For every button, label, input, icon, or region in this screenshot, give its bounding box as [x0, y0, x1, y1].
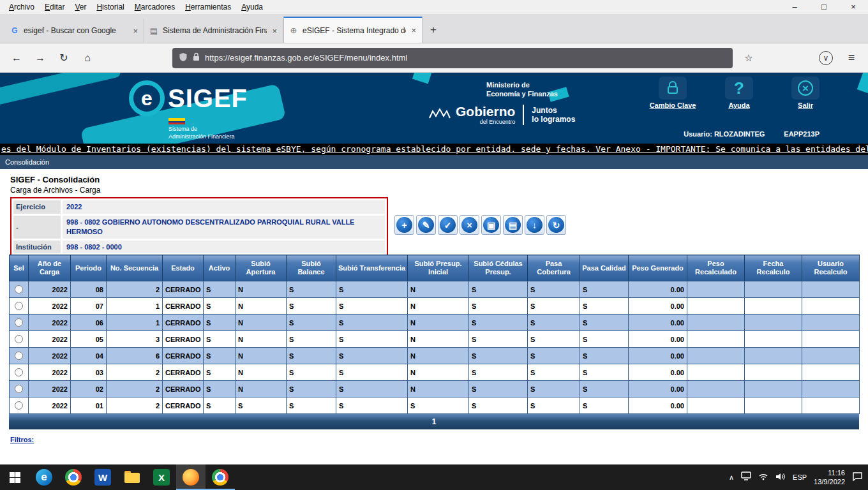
- cell: [687, 397, 745, 414]
- new-tab-button[interactable]: +: [424, 19, 443, 41]
- navigation-toolbar: ← → ↻ ⌂ https://esigef.finanzas.gob.ec/e…: [0, 43, 868, 73]
- start-button[interactable]: [0, 464, 29, 490]
- copy-button[interactable]: ▣: [481, 215, 501, 235]
- menu-item-ver[interactable]: Ver: [70, 0, 91, 14]
- create-button[interactable]: +: [394, 215, 414, 235]
- form-box: Ejercicio2022-998 - 0802 GOBIERNO AUTONO…: [10, 197, 388, 256]
- filters-link[interactable]: Filtros:: [10, 436, 34, 443]
- cell: [802, 331, 860, 348]
- tab-close-icon[interactable]: ×: [131, 26, 139, 36]
- table-row: 2022012CERRADOSSSSSSSS0.00: [10, 397, 860, 414]
- browser-tab[interactable]: Gesigef - Buscar con Google×: [5, 19, 144, 43]
- volume-icon[interactable]: [775, 471, 786, 483]
- row-select-radio[interactable]: [15, 385, 23, 393]
- tab-close-icon[interactable]: ×: [410, 26, 417, 35]
- cell: S: [204, 364, 236, 381]
- menu-item-historial[interactable]: Historial: [91, 0, 129, 14]
- cell: S: [580, 331, 629, 348]
- maximize-icon[interactable]: □: [809, 0, 839, 14]
- news-ticker[interactable]: es del Módulo de Inventarios (existencia…: [0, 144, 868, 155]
- station-code: EAPP213P: [784, 130, 819, 138]
- cell: [687, 331, 745, 348]
- url-text[interactable]: https://esigef.finanzas.gob.ec/eSIGEF/me…: [205, 53, 726, 63]
- taskbar-clock[interactable]: 11:16 13/9/2022: [814, 468, 845, 487]
- row-select-radio[interactable]: [15, 368, 23, 376]
- ayuda-button[interactable]: ? Ayuda: [714, 77, 765, 109]
- menu-item-herramientas[interactable]: Herramientas: [180, 0, 236, 14]
- taskbar-firefox-button[interactable]: [176, 464, 206, 490]
- menu-item-editar[interactable]: Editar: [40, 0, 70, 14]
- cell: [687, 298, 745, 315]
- cell: S: [469, 298, 528, 315]
- chrome-icon: [65, 469, 82, 486]
- cell: 0.00: [629, 298, 687, 315]
- row-select-radio[interactable]: [15, 401, 23, 410]
- taskbar-word-button[interactable]: W: [88, 464, 117, 490]
- download-button[interactable]: ↓: [525, 215, 544, 235]
- cell: [687, 348, 745, 364]
- cell: 08: [71, 281, 107, 298]
- cell: [802, 281, 860, 298]
- print-button[interactable]: ▤: [503, 215, 523, 235]
- display-icon[interactable]: [741, 471, 751, 483]
- menu-hamburger-icon[interactable]: ≡: [841, 48, 862, 68]
- row-select-radio[interactable]: [15, 335, 23, 343]
- row-select-radio[interactable]: [15, 302, 23, 310]
- table-header-row: SelAño de CargaPeriodoNo. SecuenciaEstad…: [10, 255, 860, 281]
- screen: ArchivoEditarVerHistorialMarcadoresHerra…: [0, 0, 868, 490]
- taskbar-chrome-button[interactable]: [59, 464, 88, 490]
- hidden-icons-chevron[interactable]: ∧: [729, 473, 734, 482]
- cell: S: [287, 298, 336, 315]
- browser-tab[interactable]: ▤Sistema de Administración Financie×: [144, 19, 283, 43]
- browser-tab[interactable]: ⊕eSIGEF - Sistema Integrado de Gesti×: [283, 17, 423, 43]
- taskbar-apps: eWX: [29, 464, 235, 490]
- logo-text: SIGEF: [168, 85, 248, 111]
- row-select-radio[interactable]: [15, 285, 23, 293]
- network-icon[interactable]: [758, 471, 768, 483]
- action-center-icon[interactable]: [852, 471, 863, 484]
- invalidate-button[interactable]: ×: [460, 215, 479, 235]
- cell: 2022: [29, 315, 71, 331]
- close-icon[interactable]: ×: [839, 0, 868, 14]
- tab-close-icon[interactable]: ×: [271, 26, 278, 36]
- cell: 2: [107, 364, 163, 381]
- pocket-icon[interactable]: ∨: [819, 51, 833, 65]
- cell: [802, 348, 860, 364]
- taskbar-chrome-2-button[interactable]: [206, 464, 235, 490]
- pagination-bar: 1: [9, 414, 859, 429]
- menu-item-ayuda[interactable]: Ayuda: [236, 0, 268, 14]
- url-bar[interactable]: https://esigef.finanzas.gob.ec/eSIGEF/me…: [172, 48, 733, 68]
- cell: N: [408, 364, 469, 381]
- cambio-clave-button[interactable]: Cambio Clave: [647, 77, 698, 109]
- menu-item-marcadores[interactable]: Marcadores: [130, 0, 180, 14]
- taskbar-excel-button[interactable]: X: [147, 464, 176, 490]
- shield-icon[interactable]: [179, 52, 188, 64]
- approve-button[interactable]: ✓: [438, 215, 458, 235]
- reload-icon[interactable]: ↻: [54, 48, 74, 68]
- table-row: 2022071CERRADOSNSSNSSS0.00: [10, 298, 860, 315]
- cell: S: [580, 364, 629, 381]
- home-icon[interactable]: ⌂: [77, 48, 98, 68]
- page-subtitle: Carga de Archivos - Carga: [10, 186, 100, 195]
- back-icon[interactable]: ←: [6, 48, 27, 68]
- cell: S: [287, 281, 336, 298]
- form-row: Ejercicio2022: [13, 200, 385, 214]
- cell: [687, 315, 745, 331]
- refresh-button[interactable]: ↻: [546, 215, 566, 235]
- taskbar-edge-button[interactable]: e: [29, 464, 59, 490]
- forward-icon[interactable]: →: [30, 48, 50, 68]
- salir-button[interactable]: × Salir: [780, 77, 831, 109]
- create-icon: +: [396, 217, 412, 233]
- cell: N: [408, 348, 469, 364]
- save-button[interactable]: ✎: [416, 215, 436, 235]
- taskbar-explorer-button[interactable]: [117, 464, 147, 490]
- page-number[interactable]: 1: [432, 417, 437, 426]
- approve-icon: ✓: [440, 217, 456, 233]
- menu-item-archivo[interactable]: Archivo: [4, 0, 40, 14]
- cell: [687, 364, 745, 381]
- minimize-icon[interactable]: –: [780, 0, 809, 14]
- bookmark-star-icon[interactable]: ☆: [738, 48, 759, 68]
- language-indicator[interactable]: ESP: [793, 473, 807, 481]
- row-select-radio[interactable]: [15, 318, 23, 327]
- row-select-radio[interactable]: [15, 352, 23, 360]
